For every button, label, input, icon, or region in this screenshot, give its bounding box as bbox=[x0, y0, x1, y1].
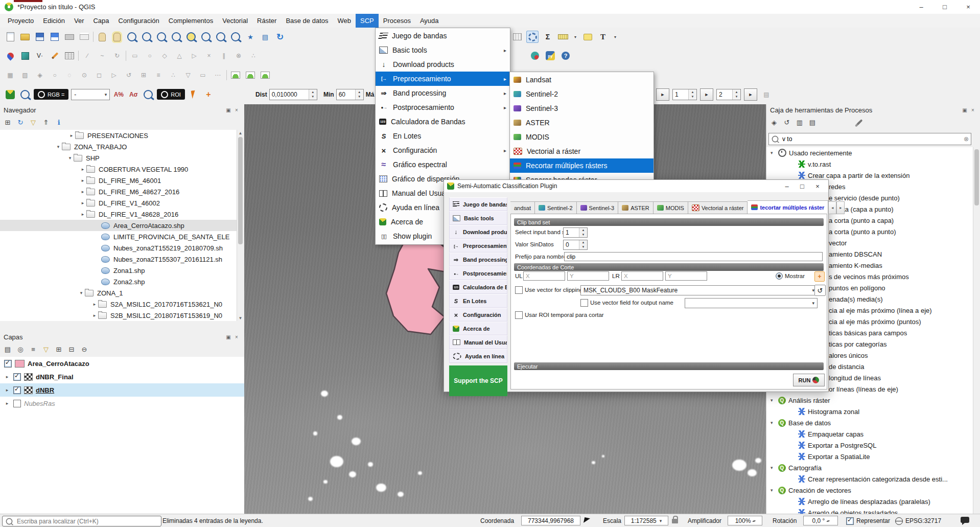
square-tool-icon[interactable] bbox=[93, 69, 105, 81]
browser-tree-item[interactable]: Area_CerroAtacazo.shp bbox=[0, 220, 237, 231]
cumulative-stretch-icon[interactable]: A% bbox=[112, 88, 125, 101]
new-print-layout-icon[interactable] bbox=[63, 31, 76, 43]
circle-tool-icon[interactable] bbox=[49, 69, 61, 81]
close-button[interactable]: × bbox=[956, 0, 980, 14]
undock-panel-icon[interactable]: ▣ bbox=[224, 333, 232, 341]
browser-tree-item[interactable]: ▸DL_FIRE_V1_48628_2016 bbox=[0, 209, 237, 220]
zoom-native-icon[interactable] bbox=[157, 32, 166, 41]
scp-submenu-item[interactable]: Landsat bbox=[510, 73, 654, 87]
menu-bar-item[interactable]: Capa bbox=[88, 14, 113, 28]
ul-x-input[interactable] bbox=[523, 271, 565, 281]
menu-bar-item[interactable]: Ayuda bbox=[415, 14, 444, 28]
dialog-tab[interactable]: andsat bbox=[510, 201, 535, 214]
statistics-icon[interactable] bbox=[542, 31, 554, 43]
edit-in-place-icon[interactable]: ▤ bbox=[808, 118, 817, 127]
zoom-out-icon[interactable] bbox=[142, 32, 151, 41]
scp-menu-item[interactable]: Band processing▸ bbox=[376, 86, 510, 100]
browser-tree-item[interactable]: ▾ZONA_1 bbox=[0, 287, 237, 299]
browser-tree-item[interactable]: ▸PRESENTACIONES bbox=[0, 130, 237, 141]
save-project-as-icon[interactable] bbox=[49, 31, 61, 43]
dialog-sidebar-item[interactable]: En Lotes bbox=[449, 294, 507, 308]
center-point-icon[interactable] bbox=[78, 69, 90, 81]
dialog-tab[interactable]: Sentinel-3 bbox=[577, 201, 619, 214]
browser-tree-item[interactable]: ▾ZONA_TRABAJO bbox=[0, 141, 237, 152]
results-viewer-icon[interactable]: ▥ bbox=[795, 118, 804, 127]
dialog-sidebar-item[interactable]: Configuración bbox=[449, 308, 507, 322]
remove-layer-icon[interactable]: ⊖ bbox=[80, 345, 89, 354]
measure-dropdown-icon[interactable] bbox=[572, 31, 578, 43]
scp-menu-item[interactable]: Juego de bandas bbox=[376, 29, 510, 43]
open-project-icon[interactable] bbox=[19, 31, 31, 43]
refresh-map-icon[interactable] bbox=[274, 31, 286, 43]
menu-bar-item[interactable]: Edición bbox=[38, 14, 69, 28]
delete-feature-icon[interactable] bbox=[203, 50, 215, 62]
new-bookmark-icon[interactable] bbox=[244, 31, 256, 43]
measure-icon[interactable] bbox=[557, 31, 569, 43]
dialog-sidebar-item[interactable]: Preprocesamiento bbox=[449, 239, 507, 253]
lr-x-input[interactable] bbox=[621, 271, 663, 281]
add-rectangle-icon[interactable] bbox=[158, 50, 171, 62]
scp-submenu-item[interactable]: Sentinel-2 bbox=[510, 87, 654, 101]
menu-bar-item[interactable]: SCP bbox=[356, 14, 379, 28]
processing-options-icon[interactable] bbox=[853, 116, 866, 128]
close-panel-icon[interactable]: × bbox=[232, 106, 241, 114]
menu-bar-item[interactable]: Vectorial bbox=[218, 14, 252, 28]
zoom-next-icon[interactable] bbox=[231, 32, 240, 41]
band2-spinbox[interactable]: 2▲▼ bbox=[716, 89, 741, 100]
filter-browser-icon[interactable]: ▽ bbox=[29, 118, 38, 127]
processing-tree-item[interactable]: ▾Usado recientemente bbox=[766, 147, 973, 158]
dialog-sidebar-item[interactable]: Basic tools bbox=[449, 211, 507, 225]
scp-submenu-item[interactable]: Vectorial a ráster bbox=[510, 144, 654, 158]
split-feature-icon[interactable] bbox=[218, 50, 230, 62]
toolbar-separator[interactable] bbox=[126, 51, 126, 61]
close-panel-icon[interactable]: × bbox=[969, 106, 977, 114]
add-polygon-icon[interactable] bbox=[188, 50, 200, 62]
add-circle-icon[interactable] bbox=[144, 50, 156, 62]
processing-tree-item[interactable]: Crear representación categorizada desde … bbox=[766, 473, 973, 485]
lock-scale-icon[interactable] bbox=[672, 519, 678, 523]
scp-menu-item[interactable]: Download products bbox=[376, 57, 510, 72]
new-project-icon[interactable] bbox=[4, 31, 16, 43]
menu-bar-item[interactable]: Complementos bbox=[164, 14, 218, 28]
attribute-table-icon[interactable] bbox=[63, 50, 76, 62]
vector-layer-combo[interactable]: MSK_CLOUDS_B00 MaskFeature bbox=[580, 285, 818, 295]
dialog-sidebar-item[interactable]: Band processing bbox=[449, 253, 507, 266]
scp-submenu-item[interactable]: Recortar múltiples rásters bbox=[510, 158, 654, 173]
properties-icon[interactable]: ℹ bbox=[54, 118, 63, 127]
layer-row[interactable]: ▸dNBR bbox=[0, 383, 244, 397]
map-grid-icon[interactable] bbox=[511, 31, 523, 43]
dialog-sidebar-item[interactable]: Calculadora de B... bbox=[449, 280, 507, 294]
rotate-feature-icon[interactable] bbox=[111, 50, 123, 62]
scp-menu-item[interactable]: Basic tools▸ bbox=[376, 43, 510, 57]
scp-zoom-icon[interactable] bbox=[20, 90, 30, 99]
dialog-sidebar-item[interactable]: Juego de bandas bbox=[449, 197, 507, 211]
layer-styling-icon[interactable]: ▤ bbox=[3, 345, 12, 354]
browser-tree-item[interactable]: Zona1.shp bbox=[0, 265, 237, 276]
menu-bar-item[interactable]: Ráster bbox=[252, 14, 281, 28]
dialog-tab[interactable]: tecortar múltiples ráster bbox=[748, 200, 828, 214]
layer-visibility-checkbox[interactable] bbox=[4, 360, 12, 368]
filter-shape-icon[interactable] bbox=[182, 69, 194, 81]
layer-visibility-checkbox[interactable] bbox=[13, 386, 21, 394]
pan-map-icon[interactable] bbox=[96, 31, 108, 43]
add-selected-layers-icon[interactable]: ⊞ bbox=[3, 118, 12, 127]
processing-search[interactable]: ⊗ bbox=[768, 133, 971, 145]
text-annotation-dropdown-icon[interactable] bbox=[612, 31, 618, 43]
layer-row[interactable]: ▸dNBR_Final bbox=[0, 370, 244, 383]
dialog-maximize-button[interactable]: □ bbox=[795, 180, 810, 192]
zoom-to-selection-icon[interactable] bbox=[186, 32, 196, 41]
local-cumulative-stretch-icon[interactable] bbox=[259, 69, 271, 81]
menu-bar-item[interactable]: Web bbox=[333, 14, 356, 28]
browser-tree-item[interactable]: Nubes_zona2T155219_20180709.sh bbox=[0, 242, 237, 254]
support-scp-button[interactable]: Support the SCP bbox=[449, 365, 507, 396]
browser-tree-item[interactable]: ▸DL_FIRE_M6_46001 bbox=[0, 175, 237, 186]
dialog-tab[interactable]: Vectorial a ráster bbox=[688, 201, 748, 214]
render-checkbox[interactable] bbox=[846, 517, 854, 525]
toggle-editing-icon[interactable] bbox=[49, 50, 61, 62]
processing-tree-item[interactable]: ▾Análisis ráster bbox=[766, 395, 973, 406]
histogram-stretch-icon[interactable] bbox=[244, 69, 256, 81]
locator-bar[interactable] bbox=[2, 516, 161, 526]
processing-search-input[interactable] bbox=[781, 135, 962, 143]
models-icon[interactable]: ◈ bbox=[769, 118, 779, 127]
scp-pointer-icon[interactable] bbox=[531, 52, 539, 60]
